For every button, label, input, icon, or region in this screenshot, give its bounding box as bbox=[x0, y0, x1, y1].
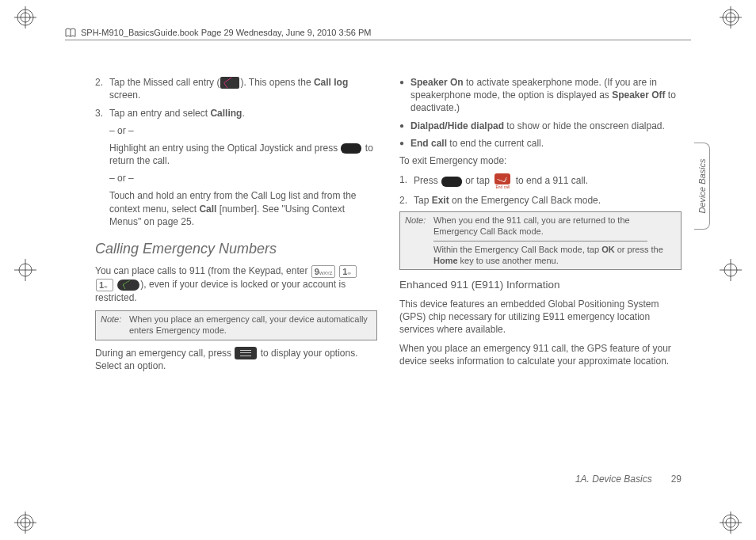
keypad-1-icon: 1∞ bbox=[339, 265, 357, 278]
or-divider: – or – bbox=[109, 124, 377, 137]
exit-step-2: 2. Tap Exit on the Emergency Call Back m… bbox=[399, 194, 682, 207]
keypad-1-icon: 1∞ bbox=[96, 279, 113, 291]
menu-key-icon bbox=[235, 347, 257, 359]
crop-mark-icon bbox=[14, 511, 36, 534]
heading-e911: Enhanced 911 (E911) Information bbox=[399, 278, 682, 292]
exit-heading: To exit Emergency mode: bbox=[399, 154, 682, 167]
optical-joystick-icon bbox=[341, 143, 361, 154]
footer-page-number: 29 bbox=[671, 473, 682, 485]
end-call-icon: End call bbox=[493, 173, 512, 189]
side-tab-label: Device Basics bbox=[697, 158, 707, 213]
note-callback-mode: Note: When you end the 911 call, you are… bbox=[399, 211, 682, 270]
exit-step-1: 1. Press or tap End call to end a 911 ca… bbox=[399, 173, 682, 189]
option-end-call: ● End call to end the current call. bbox=[399, 137, 682, 150]
crop-mark-icon bbox=[720, 259, 742, 281]
crop-mark-icon bbox=[720, 6, 742, 29]
touch-hold-entry: Touch and hold an entry from the Call Lo… bbox=[109, 189, 377, 228]
footer-section: 1A. Device Basics bbox=[575, 473, 652, 485]
emergency-intro: You can place calls to 911 (from the Key… bbox=[95, 264, 377, 304]
note-label: Note: bbox=[405, 215, 433, 238]
crop-mark-icon bbox=[14, 259, 36, 281]
page-footer: 1A. Device Basics 29 bbox=[95, 473, 682, 485]
crop-mark-icon bbox=[14, 6, 36, 29]
note-emergency-mode: Note: When you place an emergency call, … bbox=[95, 310, 377, 340]
note-divider bbox=[433, 241, 647, 241]
crop-mark-icon bbox=[720, 511, 742, 534]
left-column: 2. Tap the Missed call entry (). This op… bbox=[95, 76, 377, 379]
book-icon bbox=[65, 27, 76, 38]
step-2: 2. Tap the Missed call entry (). This op… bbox=[95, 76, 377, 102]
right-column: ● Speaker On to activate speakerphone mo… bbox=[399, 76, 682, 379]
step-3: 3. Tap an entry and select Calling. bbox=[95, 107, 377, 120]
note-label: Note: bbox=[101, 314, 129, 337]
doc-header: SPH-M910_BasicsGuide.book Page 29 Wednes… bbox=[65, 27, 691, 40]
heading-emergency: Calling Emergency Numbers bbox=[95, 239, 377, 258]
talk-key-icon bbox=[117, 280, 139, 291]
e911-p2: When you place an emergency 911 call, th… bbox=[399, 342, 682, 367]
option-dialpad: ● Dialpad/Hide dialpad to show or hide t… bbox=[399, 120, 682, 132]
note-body: When you end the 911 call, you are retur… bbox=[433, 215, 676, 238]
e911-p1: This device features an embedded Global … bbox=[399, 298, 682, 337]
note-body: When you place an emergency call, your d… bbox=[129, 314, 372, 337]
option-speaker: ● Speaker On to activate speakerphone mo… bbox=[399, 76, 682, 115]
end-key-icon bbox=[441, 177, 462, 187]
doc-header-text: SPH-M910_BasicsGuide.book Page 29 Wednes… bbox=[81, 28, 372, 37]
or-divider: – or – bbox=[109, 172, 377, 184]
during-call-options: During an emergency call, press to displ… bbox=[95, 347, 377, 373]
side-tab: Device Basics bbox=[694, 143, 710, 230]
page-body: 2. Tap the Missed call entry (). This op… bbox=[95, 76, 682, 379]
highlight-entry: Highlight an entry using the Optical Joy… bbox=[109, 142, 377, 167]
missed-call-icon bbox=[220, 77, 239, 89]
note-body: Within the Emergency Call Back mode, tap… bbox=[433, 245, 676, 267]
keypad-9-icon: 9WXYZ bbox=[311, 265, 335, 278]
